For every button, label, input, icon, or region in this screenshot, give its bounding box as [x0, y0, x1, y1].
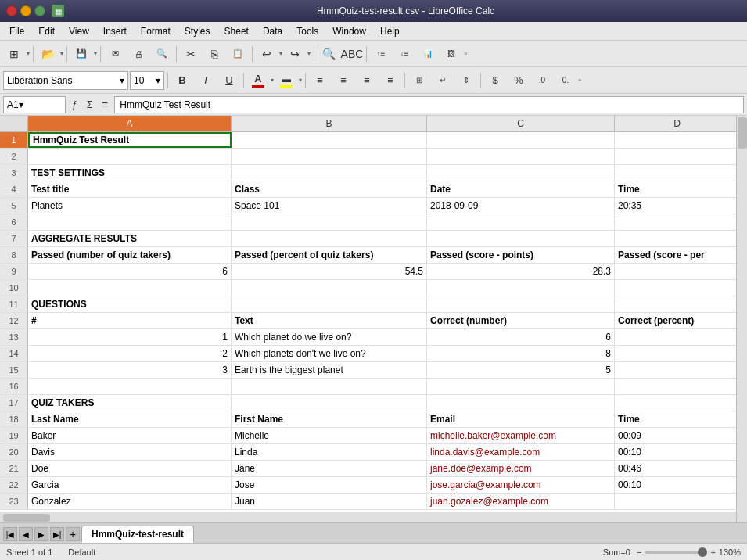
formula-input[interactable]	[114, 96, 744, 113]
cell-c21[interactable]: jane.doe@example.com	[427, 461, 615, 476]
redo-dropdown[interactable]: ▾	[307, 50, 311, 57]
cell-ref-arrow[interactable]: ▾	[19, 99, 23, 110]
first-sheet-button[interactable]: |◀	[3, 527, 17, 541]
cell-b19[interactable]: Michelle	[232, 428, 427, 443]
menu-insert[interactable]: Insert	[97, 24, 133, 38]
cell-d5[interactable]: 20:35	[615, 198, 740, 214]
cell-a7[interactable]: AGGREGATE RESULTS	[28, 231, 232, 246]
cell-d6[interactable]	[615, 214, 740, 230]
cell-c3[interactable]	[427, 165, 615, 181]
cell-c5[interactable]: 2018-09-09	[427, 198, 615, 214]
spell-button[interactable]: ABC	[341, 44, 363, 64]
cell-a2[interactable]	[28, 149, 232, 164]
cell-a21[interactable]: Doe	[28, 461, 232, 476]
more-fmt-button[interactable]: »	[578, 77, 581, 84]
table-row[interactable]: 21 Doe Jane jane.doe@example.com 00:46	[0, 461, 747, 477]
table-row[interactable]: 6	[0, 214, 747, 231]
cell-d15[interactable]	[615, 362, 740, 378]
table-row[interactable]: 5 Planets Space 101 2018-09-09 20:35	[0, 198, 747, 214]
cell-a8[interactable]: Passed (number of quiz takers)	[28, 247, 232, 263]
next-sheet-button[interactable]: ▶	[34, 527, 48, 541]
cell-b10[interactable]	[232, 280, 427, 296]
table-row[interactable]: 19 Baker Michelle michelle.baker@example…	[0, 428, 747, 444]
table-row[interactable]: 2	[0, 149, 747, 165]
cell-b12[interactable]: Text	[232, 313, 427, 328]
cell-d7[interactable]	[615, 231, 740, 246]
align-right-button[interactable]: ≡	[356, 70, 378, 91]
cell-a4[interactable]: Test title	[28, 181, 232, 197]
font-size-arrow[interactable]: ▾	[156, 75, 160, 86]
table-row[interactable]: 13 1 Which planet do we live on? 6	[0, 329, 747, 346]
cell-c20[interactable]: linda.davis@example.com	[427, 444, 615, 460]
cell-a20[interactable]: Davis	[28, 444, 232, 460]
cell-d12[interactable]: Correct (percent)	[615, 313, 740, 328]
cell-d17[interactable]	[615, 395, 740, 411]
cell-d13[interactable]	[615, 329, 740, 345]
table-row[interactable]: 1 HmmQuiz Test Result	[0, 132, 747, 149]
search-button[interactable]: 🔍	[318, 44, 339, 64]
decimal-add-button[interactable]: .0	[531, 70, 553, 91]
table-row[interactable]: 10	[0, 280, 747, 296]
add-sheet-button[interactable]: +	[66, 527, 80, 541]
menu-window[interactable]: Window	[326, 24, 372, 38]
cell-d20[interactable]: 00:10	[615, 444, 740, 460]
cell-b15[interactable]: Earth is the biggest planet	[232, 362, 427, 378]
table-row[interactable]: 23 Gonzalez Juan juan.gozalez@example.co…	[0, 494, 747, 510]
cell-a12[interactable]: #	[28, 313, 232, 328]
cell-b6[interactable]	[232, 214, 427, 230]
table-row[interactable]: 22 Garcia Jose jose.garcia@example.com 0…	[0, 477, 747, 494]
font-color-button[interactable]: A	[247, 70, 269, 91]
cell-a9[interactable]: 6	[28, 264, 232, 279]
highlight-color-button[interactable]: ▬	[275, 70, 297, 91]
cell-b21[interactable]: Jane	[232, 461, 427, 476]
cell-c13[interactable]: 6	[427, 329, 615, 345]
undo-dropdown[interactable]: ▾	[279, 50, 282, 57]
last-sheet-button[interactable]: ▶|	[50, 527, 64, 541]
table-row[interactable]: 15 3 Earth is the biggest planet 5	[0, 362, 747, 379]
decimal-remove-button[interactable]: 0.	[555, 70, 576, 91]
paste-button[interactable]: 📋	[227, 44, 249, 64]
cell-c22[interactable]: jose.garcia@example.com	[427, 477, 615, 493]
table-row[interactable]: 20 Davis Linda linda.davis@example.com 0…	[0, 444, 747, 461]
cell-d11[interactable]	[615, 296, 740, 312]
font-color-arrow[interactable]: ▾	[271, 77, 274, 84]
col-header-b[interactable]: B	[232, 116, 427, 131]
cell-a15[interactable]: 3	[28, 362, 232, 378]
table-row[interactable]: 4 Test title Class Date Time	[0, 181, 747, 198]
cell-c14[interactable]: 8	[427, 346, 615, 361]
table-row[interactable]: 9 6 54.5 28.3	[0, 264, 747, 280]
function-wizard-icon[interactable]: ƒ	[69, 99, 81, 110]
menu-sheet[interactable]: Sheet	[218, 24, 255, 38]
merge-button[interactable]: ⊞	[408, 70, 430, 91]
menu-help[interactable]: Help	[374, 24, 406, 38]
print-preview-button[interactable]: 🔍	[151, 44, 173, 64]
cell-b2[interactable]	[232, 149, 427, 164]
zoom-slider[interactable]	[645, 551, 707, 554]
font-name-box[interactable]: Liberation Sans ▾	[3, 71, 128, 90]
menu-view[interactable]: View	[63, 24, 95, 38]
cell-b4[interactable]: Class	[232, 181, 427, 197]
cell-d23[interactable]	[615, 494, 740, 509]
cell-c16[interactable]	[427, 379, 615, 394]
cell-d18[interactable]: Time	[615, 411, 740, 427]
cell-a18[interactable]: Last Name	[28, 411, 232, 427]
cell-b16[interactable]	[232, 379, 427, 394]
cell-b9[interactable]: 54.5	[232, 264, 427, 279]
table-row[interactable]: 14 2 Which planets don't we live on? 8	[0, 346, 747, 362]
chart-button[interactable]: 📊	[417, 44, 439, 64]
cell-c18[interactable]: Email	[427, 411, 615, 427]
cell-b14[interactable]: Which planets don't we live on?	[232, 346, 427, 361]
sum-icon[interactable]: Σ	[84, 99, 95, 110]
zoom-bar[interactable]: − + 130%	[637, 547, 741, 557]
open-dropdown[interactable]: ▾	[60, 50, 63, 57]
italic-button[interactable]: I	[195, 70, 217, 91]
cell-b18[interactable]: First Name	[232, 411, 427, 427]
cell-b3[interactable]	[232, 165, 427, 181]
table-row[interactable]: 7 AGGREGATE RESULTS	[0, 231, 747, 247]
menu-styles[interactable]: Styles	[178, 24, 217, 38]
cell-b20[interactable]: Linda	[232, 444, 427, 460]
cell-c9[interactable]: 28.3	[427, 264, 615, 279]
cell-reference-box[interactable]: A1 ▾	[3, 96, 66, 113]
table-row[interactable]: 18 Last Name First Name Email Time	[0, 411, 747, 428]
window-buttons[interactable]	[6, 5, 45, 16]
